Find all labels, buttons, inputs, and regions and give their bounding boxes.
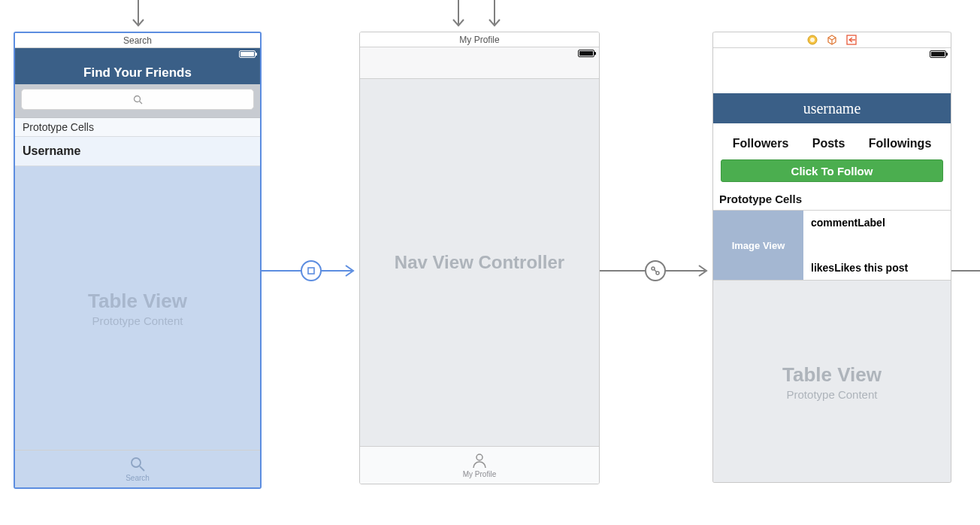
vc-title: Search — [15, 33, 260, 48]
placeholder-text: Nav View Controller — [395, 252, 564, 273]
status-bar — [713, 48, 951, 62]
image-view-label: Image View — [732, 240, 785, 251]
table-view-placeholder[interactable]: Table View Prototype Content — [713, 281, 951, 483]
follow-button[interactable]: Click To Follow — [721, 159, 943, 182]
username-label: username — [803, 100, 861, 117]
posts-label[interactable]: Posts — [812, 137, 845, 150]
placeholder-subtitle: Prototype Content — [92, 314, 183, 327]
exit-icon — [846, 35, 857, 45]
likes-label-b: Likes this post — [834, 262, 908, 274]
follow-button-label: Click To Follow — [791, 165, 873, 178]
prototype-cells-header: Prototype Cells — [713, 191, 951, 210]
status-bar — [360, 47, 599, 61]
tab-bar[interactable]: My Profile — [360, 446, 599, 484]
profile-tab-icon — [471, 452, 488, 469]
svg-rect-4 — [308, 268, 314, 274]
svg-line-11 — [139, 101, 142, 104]
nav-controller-placeholder: Nav View Controller — [360, 79, 599, 446]
image-view[interactable]: Image View — [713, 211, 803, 280]
likes-label-a: likes — [811, 262, 834, 274]
vc-title: My Profile — [360, 32, 599, 47]
navigation-bar — [360, 47, 599, 79]
relationship-icon — [650, 266, 661, 276]
outgoing-arrow-vc3 — [951, 263, 980, 278]
battery-icon — [578, 50, 594, 57]
class-badge-icon — [807, 35, 818, 45]
svg-point-12 — [132, 458, 141, 467]
table-view-placeholder[interactable]: Table View Prototype Content — [15, 166, 260, 450]
prototype-cell[interactable]: Username — [15, 137, 260, 166]
comment-label: commentLabel — [811, 217, 943, 229]
search-vc[interactable]: Search Find Your Friends Prototype Cells… — [14, 32, 262, 489]
incoming-arrow-vc2-a — [451, 0, 466, 32]
placeholder-title: Table View — [88, 290, 187, 313]
stats-row: Followers Posts Followings — [713, 123, 951, 159]
incoming-arrow-vc2-b — [487, 0, 502, 32]
tab-label: Search — [126, 474, 150, 482]
search-bar-container — [15, 84, 260, 118]
prototype-cells-header: Prototype Cells — [15, 118, 260, 137]
svg-point-14 — [476, 454, 482, 460]
svg-point-10 — [134, 96, 140, 102]
svg-point-16 — [810, 38, 815, 42]
battery-icon — [239, 50, 256, 58]
prototype-cell[interactable]: Image View commentLabel likesLikes this … — [713, 210, 951, 281]
search-input[interactable] — [21, 89, 254, 110]
svg-line-13 — [140, 466, 144, 471]
cube-icon — [827, 35, 837, 45]
status-bar — [15, 48, 260, 62]
followers-label[interactable]: Followers — [733, 137, 789, 150]
placeholder-title: Table View — [782, 363, 882, 387]
cell-username-label: Username — [23, 144, 80, 157]
followings-label[interactable]: Followings — [869, 137, 932, 150]
navigation-bar: Find Your Friends — [15, 62, 260, 84]
search-icon — [133, 95, 143, 105]
placeholder-subtitle: Prototype Content — [787, 388, 878, 401]
segue-badge-relationship[interactable] — [645, 260, 666, 281]
tab-label: My Profile — [463, 470, 496, 478]
tab-bar[interactable]: Search — [15, 450, 260, 487]
myprofile-vc[interactable]: My Profile Nav View Controller My Profil… — [359, 32, 600, 484]
likes-row: likesLikes this post — [811, 262, 943, 274]
svg-line-8 — [654, 269, 656, 272]
search-tab-icon — [129, 456, 146, 472]
nav-title: Find Your Friends — [83, 65, 192, 80]
username-header: username — [713, 93, 951, 123]
present-icon — [307, 266, 316, 275]
profile-detail-vc[interactable]: username Followers Posts Followings Clic… — [712, 32, 951, 483]
battery-icon — [930, 50, 946, 58]
segue-badge-present[interactable] — [301, 260, 322, 281]
incoming-arrow-vc1 — [131, 0, 146, 32]
top-white-spacer — [713, 48, 951, 93]
vc-title-icons — [713, 32, 951, 48]
